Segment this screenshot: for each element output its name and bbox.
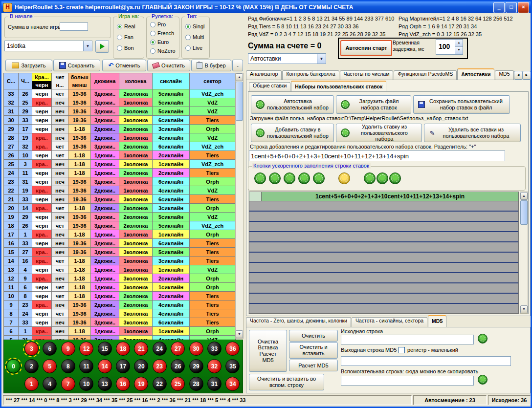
radio-euro[interactable]: Euro bbox=[150, 39, 169, 45]
roulette-number-25[interactable]: 25 bbox=[171, 377, 185, 391]
roulette-number-15[interactable]: 15 bbox=[98, 342, 112, 356]
chip-button[interactable] bbox=[269, 172, 281, 184]
clear-button[interactable]: Очистить bbox=[147, 60, 190, 71]
radio-bon[interactable]: Bon bbox=[117, 45, 134, 51]
tab-autostakes[interactable]: Автоставки bbox=[457, 68, 494, 80]
roulette-number-20[interactable]: 20 bbox=[134, 359, 148, 373]
chip-button[interactable] bbox=[313, 172, 325, 184]
chip-button[interactable] bbox=[298, 172, 310, 184]
chip-button[interactable] bbox=[478, 375, 488, 385]
table-row[interactable]: 3033черннеч19-363дюжи..3колонка6сиклайнT… bbox=[4, 116, 236, 125]
title-bar[interactable]: H HelperRoullet 5.3- create helperroulle… bbox=[1, 1, 531, 13]
roulette-number-22[interactable]: 22 bbox=[153, 377, 167, 391]
autostake-user-set-button[interactable]: Автоставка пользовательский набор bbox=[251, 95, 334, 114]
roulette-number-35[interactable]: 35 bbox=[225, 359, 240, 373]
tab-scroll-left-icon[interactable]: ◄ bbox=[514, 71, 523, 80]
table-row[interactable]: 116чернчет1-181дюжи..3колонка1сиклайнOrp… bbox=[4, 283, 236, 292]
roulette-number-27[interactable]: 27 bbox=[171, 342, 185, 356]
lowercase-checkbox[interactable] bbox=[399, 347, 405, 353]
roulette-number-7[interactable]: 7 bbox=[61, 377, 75, 391]
table-row[interactable]: 1929черннеч19-363дюжи..2колонка5сиклайнV… bbox=[4, 213, 236, 221]
roulette-number-17[interactable]: 17 bbox=[116, 359, 130, 373]
source-string-input[interactable] bbox=[341, 335, 474, 344]
roulette-number-9[interactable]: 9 bbox=[61, 342, 75, 356]
scroll-thumb[interactable] bbox=[520, 200, 528, 225]
scroll-thumb[interactable] bbox=[236, 82, 243, 121]
table-row[interactable]: 253кра..неч1-181дюжи..3колонка1сиклайнVd… bbox=[4, 160, 236, 169]
radio-nozero[interactable]: NoZero bbox=[150, 48, 176, 54]
roulette-number-29[interactable]: 29 bbox=[189, 359, 203, 373]
stake-string-input[interactable] bbox=[249, 150, 505, 161]
spinner-up-icon[interactable]: ▲ bbox=[455, 40, 463, 47]
table-row[interactable]: 1527кра..неч19-363дюжи..3колонка5сиклайн… bbox=[4, 248, 236, 257]
scroll-down-icon[interactable]: ▼ bbox=[236, 330, 243, 338]
roulette-number-5[interactable]: 5 bbox=[43, 359, 57, 373]
close-button[interactable]: × bbox=[518, 2, 529, 13]
md5-clear-button[interactable]: Очистить bbox=[289, 330, 338, 342]
load-stake-set-button[interactable]: Загрузить файл набора ставок bbox=[336, 95, 411, 114]
column-header-sector[interactable]: сектор bbox=[190, 73, 236, 89]
aux-string-input[interactable] bbox=[341, 376, 474, 386]
roulette-number-31[interactable]: 31 bbox=[207, 377, 222, 391]
table-row[interactable]: 2133черннеч19-363дюжи..3колонка6сиклайнT… bbox=[4, 195, 236, 204]
roulette-number-2[interactable]: 2 bbox=[24, 359, 39, 373]
table-row[interactable]: 108чернчет1-181дюжи..2колонка2сиклайнTie… bbox=[4, 292, 236, 301]
load-button[interactable]: Загрузить bbox=[5, 60, 52, 71]
table-row[interactable]: 923кра..неч19-362дюжи..2колонка4сиклайнT… bbox=[4, 301, 236, 309]
roulette-number-3[interactable]: 3 bbox=[24, 342, 39, 356]
radio-singl[interactable]: Singl bbox=[185, 23, 204, 29]
table-row[interactable]: 3326чернчет19-363дюжи..2колонка5сиклайнV… bbox=[4, 89, 236, 98]
scroll-down-icon[interactable]: ▼ bbox=[520, 305, 528, 313]
radio-real[interactable]: Real bbox=[117, 23, 135, 29]
column-header-parity[interactable]: четн... bbox=[52, 73, 68, 89]
chip-button[interactable] bbox=[389, 172, 401, 184]
chevron-down-icon[interactable]: ▼ bbox=[83, 41, 92, 51]
radio-live[interactable]: Live bbox=[185, 45, 202, 51]
table-row[interactable]: 2917черннеч1-182дюжи..2колонка3сиклайнOr… bbox=[4, 125, 236, 133]
undo-button[interactable]: ↶ Отменить bbox=[102, 60, 146, 71]
md5-calc-button[interactable]: Расчет MD5 bbox=[289, 360, 338, 371]
roulette-number-19[interactable]: 19 bbox=[134, 377, 148, 391]
roulette-number-33[interactable]: 33 bbox=[207, 342, 222, 356]
column-header-color[interactable]: Кра...черн bbox=[32, 73, 52, 89]
table-row[interactable]: 2732кра..чет19-363дюжи..2колонка6сиклайн… bbox=[4, 142, 236, 151]
roulette-number-4[interactable]: 4 bbox=[43, 377, 57, 391]
roulette-number-34[interactable]: 34 bbox=[225, 377, 240, 391]
chip-button[interactable] bbox=[364, 172, 376, 184]
table-row[interactable]: 2331черннеч19-363дюжи..1колонка6сиклайнO… bbox=[4, 177, 236, 186]
radio-french[interactable]: French bbox=[150, 30, 174, 36]
tab-common-stakes[interactable]: Общие ставки bbox=[249, 82, 290, 92]
roulette-number-10[interactable]: 10 bbox=[79, 377, 93, 391]
table-row[interactable]: 1826чернчет19-363дюжи..2колонка5сиклайнV… bbox=[4, 221, 236, 230]
md5-block-button[interactable]: Очистка Вставка Расчет MD5 bbox=[249, 330, 287, 372]
table-row[interactable]: 171кра..неч1-181дюжи..1колонка1сиклайнOr… bbox=[4, 230, 236, 239]
roulette-number-12[interactable]: 12 bbox=[79, 342, 93, 356]
chip-button[interactable] bbox=[478, 334, 488, 344]
roulette-number-23[interactable]: 23 bbox=[153, 359, 167, 373]
chip-button-dollar[interactable] bbox=[338, 172, 350, 184]
chip-button[interactable] bbox=[284, 172, 295, 184]
table-row[interactable]: 2819кра..неч19-362дюжи..1колонка4сиклайн… bbox=[4, 133, 236, 142]
roulette-number-6[interactable]: 6 bbox=[43, 342, 57, 356]
start-sum-input[interactable] bbox=[60, 22, 88, 31]
scroll-up-icon[interactable]: ▲ bbox=[236, 73, 243, 81]
table-row[interactable]: 129кра..неч1-181дюжи..3колонка2сиклайнOr… bbox=[4, 274, 236, 283]
column-header-spin[interactable]: С... bbox=[4, 73, 19, 89]
radio-multi[interactable]: Multi bbox=[185, 34, 204, 40]
radio-pro[interactable]: Pro bbox=[150, 21, 166, 27]
table-row[interactable]: 1633черннеч19-363дюжи..3колонка6сиклайнT… bbox=[4, 239, 236, 248]
roulette-number-11[interactable]: 11 bbox=[79, 359, 93, 373]
save-stake-set-button[interactable]: Сохранить пользовательский набор ставок … bbox=[413, 95, 510, 114]
slot-combobox[interactable]: 1slotka ▼ bbox=[4, 41, 92, 51]
roulette-number-0[interactable]: 0 bbox=[6, 359, 21, 373]
autospin-start-button[interactable]: Автоспин старт bbox=[340, 40, 392, 56]
roulette-number-36[interactable]: 36 bbox=[225, 342, 240, 356]
list-scrollbar[interactable]: ▲ ▼ bbox=[520, 192, 528, 314]
scroll-up-icon[interactable]: ▲ bbox=[520, 192, 528, 200]
tab-freq-sixlines-sectors[interactable]: Частота - сиклайны, сектора bbox=[352, 317, 427, 327]
column-header-column[interactable]: колонка bbox=[119, 73, 153, 89]
column-header-num[interactable]: Ч... bbox=[19, 73, 32, 89]
roulette-number-14[interactable]: 14 bbox=[98, 359, 112, 373]
radio-fan[interactable]: Fan bbox=[117, 34, 133, 40]
stake-set-list[interactable]: 1cent+5+6+0+0+2+1+3+10cent+10+11+12+13+1… bbox=[249, 192, 519, 314]
